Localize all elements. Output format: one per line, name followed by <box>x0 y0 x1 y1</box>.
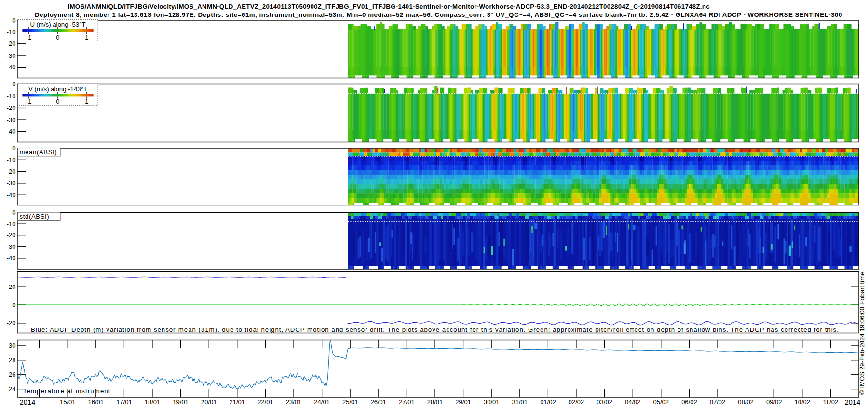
svg-text:09/02: 09/02 <box>766 398 782 406</box>
svg-text:01/02: 01/02 <box>540 398 556 406</box>
svg-text:04/02: 04/02 <box>625 398 641 406</box>
svg-text:30: 30 <box>9 342 15 349</box>
svg-text:0: 0 <box>12 17 15 24</box>
svg-text:30/01: 30/01 <box>484 398 500 406</box>
svg-text:22/01: 22/01 <box>258 398 273 406</box>
svg-text:03/02: 03/02 <box>597 398 612 406</box>
svg-text:-30: -30 <box>7 243 16 250</box>
svg-text:2014: 2014 <box>845 398 861 406</box>
svg-text:IMOS/ANMN/QLD/ITFJBG/Velocity/: IMOS/ANMN/QLD/ITFJBG/Velocity/IMOS_ANMN-… <box>68 3 710 10</box>
svg-text:-40: -40 <box>7 254 16 261</box>
svg-text:-30: -30 <box>7 52 16 59</box>
svg-text:-20: -20 <box>7 104 16 111</box>
svg-text:0: 0 <box>12 81 15 88</box>
svg-text:1: 1 <box>85 34 88 41</box>
svg-text:0: 0 <box>12 301 15 309</box>
svg-text:21/01: 21/01 <box>230 398 245 406</box>
svg-text:V (m/s) along -143°T: V (m/s) along -143°T <box>28 85 87 93</box>
svg-text:0: 0 <box>12 145 15 152</box>
svg-text:18/01: 18/01 <box>145 398 161 406</box>
svg-text:2014: 2014 <box>20 398 36 406</box>
svg-text:-40: -40 <box>7 191 16 199</box>
svg-text:-10: -10 <box>7 28 16 36</box>
svg-text:10/02: 10/02 <box>795 398 811 406</box>
svg-text:06/02: 06/02 <box>681 398 697 406</box>
svg-text:20: 20 <box>9 283 15 290</box>
svg-text:-20: -20 <box>7 319 16 327</box>
svg-text:-20: -20 <box>7 40 16 47</box>
svg-text:Deployment 8, member 1 lat=13.: Deployment 8, member 1 lat=13.61S lon=12… <box>35 11 842 18</box>
svg-text:29/01: 29/01 <box>455 398 471 406</box>
svg-text:08/02: 08/02 <box>738 398 754 406</box>
svg-text:Temperature at instrument: Temperature at instrument <box>23 387 111 395</box>
svg-text:11/02: 11/02 <box>823 398 839 406</box>
svg-text:-10: -10 <box>7 156 16 164</box>
svg-text:15/01: 15/01 <box>60 398 76 406</box>
svg-text:19/01: 19/01 <box>173 398 189 406</box>
svg-text:07/02: 07/02 <box>710 398 726 406</box>
svg-text:0: 0 <box>56 98 59 105</box>
svg-text:26: 26 <box>9 371 15 378</box>
svg-text:-20: -20 <box>7 168 16 175</box>
svg-text:05/02: 05/02 <box>653 398 669 406</box>
svg-text:31/01: 31/01 <box>512 398 528 406</box>
svg-text:26/01: 26/01 <box>371 398 387 406</box>
svg-text:std(ABSI): std(ABSI) <box>20 213 50 220</box>
svg-text:Blue: ADCP Depth (m) variation: Blue: ADCP Depth (m) variation from sens… <box>31 326 839 333</box>
svg-text:-40: -40 <box>7 64 16 71</box>
svg-text:mean(ABSI): mean(ABSI) <box>20 149 57 156</box>
svg-text:-30: -30 <box>7 179 16 187</box>
svg-text:U (m/s) along -53°T: U (m/s) along -53°T <box>30 21 85 28</box>
svg-text:24: 24 <box>9 385 15 393</box>
svg-text:© IMOS 29-Feb-2024 19:06:00 Ho: © IMOS 29-Feb-2024 19:06:00 Hobart time <box>858 272 866 395</box>
svg-text:25/01: 25/01 <box>342 398 358 406</box>
svg-text:27/01: 27/01 <box>399 398 415 406</box>
svg-text:1: 1 <box>85 98 88 105</box>
svg-text:-10: -10 <box>7 220 16 228</box>
svg-text:17/01: 17/01 <box>116 398 132 406</box>
svg-text:23/01: 23/01 <box>286 398 302 406</box>
svg-text:-20: -20 <box>7 232 16 239</box>
svg-text:-1: -1 <box>26 34 32 41</box>
svg-text:-40: -40 <box>7 128 16 135</box>
svg-text:-1: -1 <box>26 98 32 105</box>
svg-text:0: 0 <box>56 34 59 41</box>
svg-text:02/02: 02/02 <box>569 398 584 406</box>
svg-text:0: 0 <box>12 209 15 216</box>
svg-text:28: 28 <box>9 356 15 364</box>
svg-text:-30: -30 <box>7 116 16 123</box>
svg-text:20/01: 20/01 <box>201 398 217 406</box>
svg-text:-10: -10 <box>7 93 16 100</box>
svg-text:24/01: 24/01 <box>314 398 330 406</box>
svg-text:16/01: 16/01 <box>88 398 104 406</box>
svg-text:28/01: 28/01 <box>427 398 443 406</box>
